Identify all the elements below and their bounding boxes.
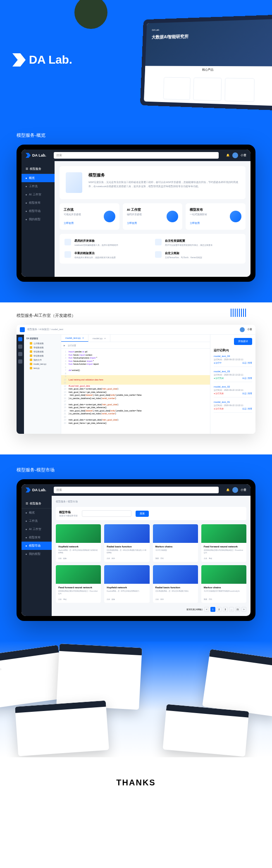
notification-icon[interactable]: 🔔: [226, 154, 230, 157]
sidebar-item[interactable]: 概览: [21, 174, 55, 182]
model-card[interactable]: Hopfield networkHopfield网络，是一种单层对称反馈网络权力…: [104, 565, 149, 603]
logo-icon[interactable]: [20, 327, 25, 332]
editor-tab[interactable]: model_test.py ×: [61, 335, 88, 342]
collage-screenshot: 模型开发帮助░░░░░░░░░░░░░░░░░░: [0, 645, 65, 709]
close-icon[interactable]: ×: [82, 337, 84, 339]
market-search-input[interactable]: [82, 510, 131, 517]
device-frame: DA Lab. 搜索 🔔 小童 ☰ 模型服务 概览工作流AI 工作室模型发布模型…: [17, 479, 255, 621]
editor-tab[interactable]: model.py ×: [88, 335, 110, 342]
search-button[interactable]: 搜索: [136, 511, 149, 517]
search-label: 模型市场: [59, 510, 78, 514]
section-market: 模型服务-模型市场 DA Lab. 搜索 🔔 小童 ☰ 模型: [0, 454, 272, 642]
sidebar-item[interactable]: 模型发布: [21, 533, 52, 542]
debug-icon[interactable]: [18, 359, 22, 364]
ide-activity-bar: [17, 335, 24, 434]
sidebar-item[interactable]: 概览: [21, 509, 52, 517]
menu-icon[interactable]: ☰: [26, 502, 28, 505]
sidebar-item[interactable]: AI 工作室: [21, 525, 52, 533]
sidebar-item[interactable]: 工作流: [21, 517, 52, 525]
page-button[interactable]: >: [241, 607, 246, 612]
run-panel: 开始设计 运行记录(4) model_test_04运行时间：2020-06-2…: [210, 335, 255, 434]
editor-tabs: model_test.py ×model.py ×: [61, 335, 210, 342]
sidebar-item[interactable]: 工作流: [21, 182, 55, 190]
breadcrumb[interactable]: 模型服务 / AI实验室 / model_test: [27, 328, 63, 331]
file-tree: DA 资源管理 公开数据集审核数据集特征数据集特征数据集我的文件model_te…: [24, 335, 61, 434]
run-record[interactable]: model_test_01运行时间：2020-06-22 13:22:11● 运…: [214, 401, 252, 413]
tree-item[interactable]: 我的文件: [26, 358, 58, 362]
sidebar-item[interactable]: 我的模型: [21, 215, 55, 224]
feature-card[interactable]: 工作流可视化开发建模立即使用: [60, 203, 119, 230]
collage-screenshot: [163, 704, 249, 756]
search-subtitle: 深度学习模型库专区: [59, 514, 78, 517]
breadcrumb[interactable]: 模型服务 / 模型市场: [56, 500, 246, 504]
notification-icon[interactable]: 🔔: [226, 488, 230, 492]
sidebar-item[interactable]: 模型发布: [21, 199, 55, 207]
tablet-card: [224, 78, 254, 102]
feature-card[interactable]: 模型发布一站式预测部署立即使用: [186, 203, 246, 230]
collage-section: 模型开发帮助░░░░░░░░░░░░░░░░░░: [0, 642, 272, 757]
page-button[interactable]: 2: [217, 607, 222, 612]
model-card[interactable]: Feed forward neural network前馈神经网络是最简单的神经…: [56, 565, 101, 603]
search-input[interactable]: 搜索: [54, 487, 219, 493]
sidebar-header: ☰ 模型服务: [21, 499, 52, 509]
menu-icon[interactable]: ☰: [26, 167, 28, 171]
page-button[interactable]: 3: [223, 607, 228, 612]
model-card[interactable]: Feed forward neural network前馈神经网络是最简单的神经…: [201, 524, 246, 562]
collage-screenshot: [15, 700, 109, 756]
app-header: DA Lab. 搜索 🔔 小童: [21, 484, 251, 496]
page-button[interactable]: 1: [210, 607, 215, 612]
collage-screenshot: [202, 649, 272, 717]
model-card[interactable]: Radial basis function径向基函数网络，是一种以径向基函数为激…: [104, 524, 149, 562]
tree-item[interactable]: test.py: [26, 366, 58, 370]
tablet-mockup: DA Lab. 大数据AI智能研究所 核心产品: [140, 14, 272, 110]
git-icon[interactable]: [18, 352, 22, 356]
model-card[interactable]: Radial basis function径向基函数网络，是一种以径向基函数为激…: [153, 565, 198, 603]
files-icon[interactable]: [18, 337, 22, 341]
model-card[interactable]: Markov chains马尔可夫链模型预测序列: [153, 524, 198, 562]
search-input[interactable]: 搜索: [54, 152, 219, 159]
feature-item: 自主性资源配置用户可以按需申请使用资源组件保证，满足运算要求: [155, 239, 241, 246]
run-icon[interactable]: ▶: [64, 344, 65, 347]
section-title: 模型服务-概览: [17, 132, 255, 138]
username: 小童: [241, 153, 246, 157]
username: 小童: [241, 488, 246, 492]
sidebar-item[interactable]: AI 工作室: [21, 190, 55, 199]
sidebar-item[interactable]: 模型市场: [21, 207, 55, 215]
run-record[interactable]: model_test_02运行时间：2020-06-22 13:22:11● 运…: [214, 385, 252, 397]
run-record[interactable]: model_test_03运行时间：2020-06-22 13:22:11● 运…: [214, 370, 252, 382]
app-logo[interactable]: DA Lab.: [26, 488, 46, 492]
feature-card[interactable]: AI 工作室编码开发建模立即使用: [123, 203, 183, 230]
tree-item[interactable]: model_test.py: [26, 362, 58, 366]
close-icon[interactable]: ×: [104, 337, 106, 340]
run-record[interactable]: model_test_04运行时间：2020-06-22 13:22:11● 运…: [214, 355, 252, 367]
tree-item[interactable]: 特征数据集: [26, 350, 58, 354]
plant-decoration: [74, 0, 107, 29]
search-icon[interactable]: [18, 345, 22, 349]
avatar[interactable]: [232, 487, 238, 493]
tablet-hero-title: 大数据AI智能研究所: [152, 31, 271, 40]
page-button[interactable]: <: [204, 607, 209, 612]
section-title: 模型服务-模型市场: [17, 467, 255, 473]
tree-item[interactable]: 特征数据集: [26, 354, 58, 358]
sidebar: ☰ 模型服务 概览工作流AI 工作室模型发布模型市场我的模型: [21, 496, 52, 616]
sidebar-header: ☰ 模型服务: [21, 164, 55, 174]
tree-item[interactable]: 公开数据集: [26, 341, 58, 345]
market-search-bar: 模型市场 深度学习模型库专区 搜索: [56, 507, 246, 520]
model-card[interactable]: Hopfield networkHopfield网络，是一种单层对称反馈网络权力…: [56, 524, 101, 562]
sidebar-item[interactable]: 模型市场: [21, 542, 52, 550]
model-card[interactable]: Markov chains马尔可夫链模型用于预测序列模型Rosenblatt提出…: [201, 565, 246, 603]
avatar[interactable]: [240, 327, 245, 332]
tree-item[interactable]: 审核数据集: [26, 345, 58, 350]
page-button[interactable]: 21: [235, 607, 240, 612]
run-button[interactable]: 开始设计: [234, 338, 252, 345]
page-button[interactable]: ...: [229, 607, 234, 612]
hero-title: 模型服务: [88, 172, 239, 178]
sidebar-item[interactable]: 我的模型: [21, 550, 52, 558]
logo-icon: [26, 488, 31, 492]
avatar[interactable]: [232, 152, 238, 158]
ide-frame: 模型服务 / AI实验室 / model_test 小童 DA 资源管理 公开数…: [17, 325, 255, 434]
app-logo[interactable]: DA Lab.: [26, 153, 46, 158]
feature-item: 易用的开发体验notebook在线编辑建模工具，提供丰富帮助组件: [64, 239, 150, 246]
editor-toolbar: ▶ 运行设置: [61, 342, 210, 349]
code-editor[interactable]: 1import pandas as pd2from future import …: [61, 349, 210, 434]
